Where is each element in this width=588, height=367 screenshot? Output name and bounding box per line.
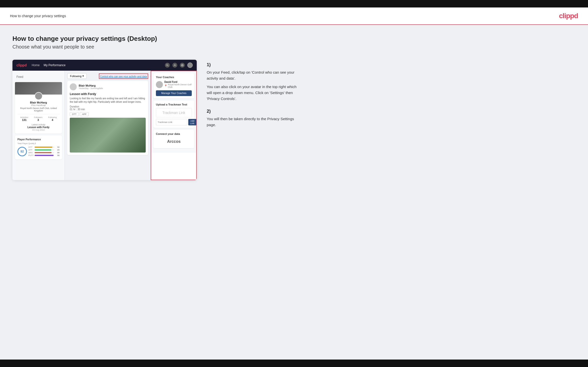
coaches-widget: Your Coaches David Ford 📍 Royal North De… (153, 73, 194, 99)
coach-club-text: Royal North Devon Golf Club (168, 83, 192, 88)
nav-home[interactable]: Home (32, 63, 40, 67)
main-content: How to change your privacy settings (Des… (0, 25, 588, 367)
instruction-step1: 1) On your Feed, click/tap on 'Control w… (207, 62, 576, 102)
connect-widget: Connect your data Arccos (153, 130, 194, 148)
nav-items: Home My Performance (32, 63, 65, 67)
chevron-down-icon: ▾ (82, 74, 84, 78)
svg-point-2 (174, 64, 175, 65)
app-screenshot: clippd Home My Performance (12, 60, 197, 180)
golfer-image (70, 118, 146, 153)
post-card: Blair McHarg Yesterday · Sunningdale Les… (67, 81, 148, 155)
trackman-placeholder: Trackman Link (156, 108, 192, 117)
tag-app: APP (80, 112, 89, 116)
person-icon[interactable] (172, 63, 177, 68)
clippd-logo: clippd (559, 12, 578, 20)
content-row: clippd Home My Performance (12, 60, 576, 180)
bar-arg: ARG 86 (28, 152, 60, 154)
trackman-link-input[interactable] (156, 119, 187, 125)
player-performance-card: Player Performance Total Player Quality … (15, 136, 62, 159)
app-logo: clippd (16, 63, 27, 67)
profile-name: Blair McHarg (17, 101, 60, 104)
instructions-area: 1) On your Feed, click/tap on 'Control w… (207, 60, 576, 137)
step1-text-p1: On your Feed, click/tap on 'Control who … (207, 69, 301, 81)
post-author-info: Blair McHarg Yesterday · Sunningdale (79, 84, 103, 90)
control-link-container: Control who can see your activity and da… (99, 73, 148, 79)
coach-avatar (156, 81, 163, 88)
nav-right (165, 62, 193, 68)
manage-coaches-button[interactable]: Manage Your Coaches (156, 90, 192, 96)
stat-followers-label: Followers (34, 116, 42, 118)
quality-label: Total Player Quality ℹ (17, 142, 60, 145)
trackman-title: Upload a Trackman Test (156, 103, 192, 106)
quality-row: 92 OTT 90 APP 85 (17, 146, 60, 157)
instruction-step2: 2) You will then be taken directly to th… (207, 109, 576, 128)
user-avatar-nav[interactable] (187, 62, 193, 68)
svg-line-1 (168, 66, 169, 66)
latest-activity-date: 03 Aug 2022 (17, 129, 60, 131)
search-icon[interactable] (165, 63, 170, 68)
stat-activities-value: 131 (20, 118, 28, 121)
add-link-button[interactable]: Add Link (188, 119, 196, 125)
stat-activities-label: Activities (20, 116, 28, 118)
feed-label: Feed (15, 74, 62, 80)
connect-title: Connect your data (156, 132, 192, 135)
post-author-name: Blair McHarg (79, 84, 103, 87)
latest-activity-label: Latest Activity (17, 123, 60, 126)
stat-following-label: Following (48, 116, 57, 118)
post-meta: Yesterday · Sunningdale (79, 87, 103, 90)
globe-icon[interactable] (180, 63, 185, 68)
coach-info: David Ford 📍 Royal North Devon Golf Club (164, 81, 192, 88)
arccos-brand: Arccos (156, 137, 192, 146)
right-sidebar-wrapper: Your Coaches David Ford 📍 Royal North De… (151, 71, 197, 180)
profile-card: Blair McHarg Plus Handicap Royal North D… (15, 82, 62, 134)
step2-number: 2) (207, 109, 576, 114)
app-right-sidebar: Your Coaches David Ford 📍 Royal North De… (151, 71, 197, 153)
tag-ott: OTT (70, 112, 79, 116)
quality-score: 92 (17, 147, 27, 156)
post-header: Blair McHarg Yesterday · Sunningdale (70, 83, 146, 90)
latest-activity: Latest Activity Lesson with Fordy 03 Aug… (17, 123, 60, 131)
step2-text: You will then be taken directly to the P… (207, 116, 301, 128)
player-perf-title: Player Performance (17, 138, 60, 141)
bar-ott: OTT 90 (28, 146, 60, 148)
control-privacy-link[interactable]: Control who can see your activity and da… (100, 75, 147, 78)
coach-club: 📍 Royal North Devon Golf Club (164, 83, 192, 88)
stat-following: Following 4 (48, 116, 57, 121)
following-button[interactable]: Following ▾ (67, 73, 87, 79)
profile-stats: Activities 131 Followers 3 Following 4 (17, 114, 60, 121)
post-body: Looking to feel like my hands are exitin… (70, 97, 146, 104)
app-nav: clippd Home My Performance (12, 60, 197, 71)
stat-followers: Followers 3 (34, 116, 42, 121)
browser-title: How to change your privacy settings (10, 14, 66, 18)
coach-name: David Ford (164, 81, 192, 83)
stat-following-value: 4 (48, 118, 57, 121)
trackman-input-row: Add Link (156, 119, 192, 125)
profile-badge: Plus Handicap (17, 104, 60, 106)
trackman-widget: Upload a Trackman Test Trackman Link Add… (153, 101, 194, 128)
duration-value: 01 hr : 30 min (70, 108, 85, 111)
coach-row: David Ford 📍 Royal North Devon Golf Club (156, 81, 192, 88)
coaches-widget-title: Your Coaches (156, 76, 192, 79)
stat-followers-value: 3 (34, 118, 42, 121)
step1-text-p2: You can also click on your avatar in the… (207, 84, 301, 102)
profile-club: Royal North Devon Golf Club, United King… (17, 107, 60, 112)
page-subtitle: Choose what you want people to see (12, 44, 576, 50)
stat-activities: Activities 131 (20, 116, 28, 121)
bar-app: APP 85 (28, 149, 60, 151)
svg-point-0 (166, 64, 168, 66)
step1-text: On your Feed, click/tap on 'Control who … (207, 69, 301, 102)
duration-label: Duration (70, 105, 79, 108)
step2-text-p: You will then be taken directly to the P… (207, 116, 301, 128)
post-tags: OTT APP (70, 112, 146, 116)
bar-putt: PUTT 96 (28, 154, 60, 157)
app-sidebar: Feed Blair McHarg Plus Handicap Royal No… (12, 71, 65, 180)
top-bar: How to change your privacy settings clip… (0, 7, 588, 25)
post-image (70, 118, 146, 153)
page-title: How to change your privacy settings (Des… (12, 35, 576, 43)
feed-top-bar: Following ▾ Control who can see your act… (67, 73, 148, 79)
latest-activity-name: Lesson with Fordy (17, 126, 60, 129)
nav-my-performance[interactable]: My Performance (44, 63, 65, 67)
post-title: Lesson with Fordy (70, 92, 146, 96)
post-author-avatar (70, 83, 77, 90)
location-icon: 📍 (164, 85, 167, 87)
